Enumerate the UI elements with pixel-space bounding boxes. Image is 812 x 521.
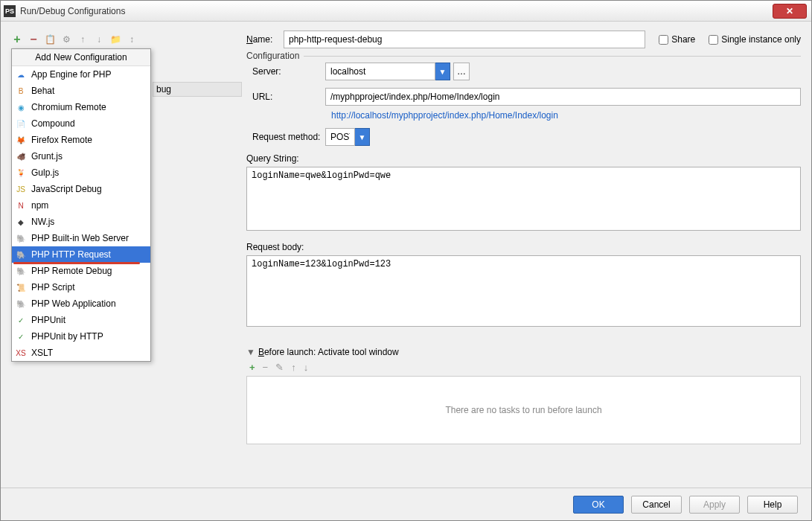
help-button[interactable]: Help [747,496,798,514]
config-type-icon: B [15,85,27,97]
remove-icon[interactable]: − [28,33,39,45]
dialog-body: + − 📋 ⚙ ↑ ↓ 📁 ↕ bug Add New Configuratio… [1,22,811,488]
name-input[interactable] [284,31,645,48]
url-label: URL: [246,92,325,102]
popup-item-label: Grunt.js [31,151,63,162]
popup-item-php-built-in-web-server[interactable]: 🐘PHP Built-in Web Server [12,230,150,246]
popup-item-chromium-remote[interactable]: ◉Chromium Remote [12,99,150,115]
before-launch-header[interactable]: ▼ Before launch: Activate tool window [246,347,801,357]
popup-item-javascript-debug[interactable]: JSJavaScript Debug [12,181,150,197]
config-type-icon: ◉ [15,101,27,113]
popup-item-label: PHP Web Application [31,298,116,309]
single-instance-checkbox[interactable]: Single instance only [709,34,801,45]
popup-item-grunt-js[interactable]: 🐗Grunt.js [12,148,150,164]
dialog-window: PS Run/Debug Configurations ✕ + − 📋 ⚙ ↑ … [0,0,812,521]
query-string-textarea[interactable]: loginName=qwe&loginPwd=qwe [246,167,801,231]
config-type-icon: 🐘 [15,232,27,244]
popup-item-php-web-application[interactable]: 🐘PHP Web Application [12,295,150,312]
dialog-footer: OK Cancel Apply Help [1,488,811,520]
sort-icon[interactable]: ↕ [126,33,138,45]
before-add-icon[interactable]: + [249,362,255,373]
right-panel: Name: Share Single instance only Configu… [246,31,801,482]
popup-item-label: Compound [31,118,75,129]
config-type-icon: ✓ [15,330,27,342]
config-type-icon: 🐗 [15,150,27,162]
before-launch-label: Before launch: Activate tool window [258,347,399,357]
collapse-icon[interactable]: ▼ [246,347,255,357]
popup-item-label: Gulp.js [31,167,59,178]
before-tasks-list: There are no tasks to run before launch [246,376,801,444]
config-type-icon: 🍹 [15,167,27,179]
popup-item-xslt[interactable]: XSXSLT [12,345,150,361]
popup-list: ☁App Engine for PHPBBehat◉Chromium Remot… [12,66,150,361]
method-row: Request method: ▼ [246,128,801,146]
popup-item-app-engine-for-php[interactable]: ☁App Engine for PHP [12,66,150,83]
apply-button[interactable]: Apply [689,496,740,514]
server-input[interactable] [325,63,435,80]
cancel-button[interactable]: Cancel [631,496,682,514]
add-config-popup: Add New Configuration ☁App Engine for PH… [11,48,151,362]
popup-item-phpunit-by-http[interactable]: ✓PHPUnit by HTTP [12,328,150,345]
name-row: Name: Share Single instance only [246,31,801,48]
request-body-textarea[interactable]: loginName=123&loginPwd=123 [246,255,801,327]
window-title: Run/Debug Configurations [20,6,773,16]
body-label: Request body: [246,242,801,252]
popup-item-label: Firefox Remote [31,135,92,145]
popup-item-behat[interactable]: BBehat [12,83,150,99]
config-type-icon: 🐘 [15,249,27,260]
config-type-icon: N [15,199,27,211]
popup-item-gulp-js[interactable]: 🍹Gulp.js [12,164,150,181]
popup-item-label: PHP Remote Debug [31,266,112,276]
config-type-icon: 📄 [15,118,27,130]
titlebar: PS Run/Debug Configurations ✕ [1,1,811,22]
url-input[interactable] [325,88,801,106]
method-input[interactable] [325,128,355,146]
server-dropdown-icon[interactable]: ▼ [435,63,450,80]
popup-item-label: XSLT [31,348,53,358]
popup-item-label: npm [31,200,48,211]
ok-button[interactable]: OK [573,496,624,514]
popup-item-firefox-remote[interactable]: 🦊Firefox Remote [12,132,150,148]
popup-item-npm[interactable]: Nnpm [12,197,150,214]
before-launch-group: ▼ Before launch: Activate tool window + … [246,347,801,444]
popup-item-label: PHPUnit by HTTP [31,331,103,342]
config-type-icon: ✓ [15,314,27,326]
share-checkbox[interactable]: Share [659,34,695,45]
popup-item-nw-js[interactable]: ◆NW.js [12,214,150,230]
server-browse-button[interactable]: … [453,63,470,80]
close-button[interactable]: ✕ [773,4,807,19]
popup-item-label: Chromium Remote [31,102,106,112]
config-type-icon: 📜 [15,281,27,293]
popup-item-compound[interactable]: 📄Compound [12,115,150,132]
add-icon[interactable]: + [11,33,23,45]
popup-item-label: PHPUnit [31,315,65,325]
down-icon[interactable]: ↓ [93,33,105,45]
server-combo[interactable]: ▼ [325,63,450,80]
method-label: Request method: [246,132,325,142]
settings-icon[interactable]: ⚙ [60,33,72,45]
copy-icon[interactable]: 📋 [44,33,56,45]
popup-item-php-remote-debug[interactable]: 🐘PHP Remote Debug [12,263,150,279]
popup-item-label: PHP Script [31,282,74,293]
left-panel: + − 📋 ⚙ ↑ ↓ 📁 ↕ bug Add New Configuratio… [11,31,237,482]
before-empty-text: There are no tasks to run before launch [445,405,601,415]
folder-icon[interactable]: 📁 [109,33,121,45]
configuration-group: Configuration Server: ▼ … URL: http://lo… [246,56,801,338]
method-combo[interactable]: ▼ [325,128,370,146]
name-label: Name: [246,34,284,45]
config-type-icon: 🦊 [15,134,27,146]
full-url-link[interactable]: http://localhost/myphpproject/index.php/… [246,110,801,121]
before-down-icon[interactable]: ↓ [304,362,309,373]
method-dropdown-icon[interactable]: ▼ [355,128,370,146]
popup-header: Add New Configuration [12,49,150,66]
popup-item-label: PHP Built-in Web Server [31,233,129,243]
popup-item-phpunit[interactable]: ✓PHPUnit [12,312,150,328]
up-icon[interactable]: ↑ [77,33,89,45]
before-up-icon[interactable]: ↑ [291,362,296,373]
popup-item-php-script[interactable]: 📜PHP Script [12,279,150,295]
popup-item-label: NW.js [31,217,54,227]
tree-item-partial[interactable]: bug [153,82,242,97]
before-remove-icon[interactable]: − [263,362,269,373]
popup-item-php-http-request[interactable]: 🐘PHP HTTP Request [12,246,150,263]
before-edit-icon[interactable]: ✎ [275,362,284,373]
